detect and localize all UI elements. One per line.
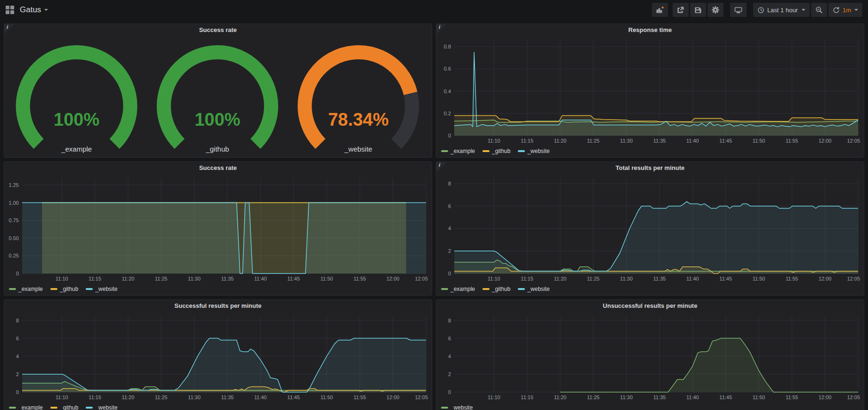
svg-text:11:40: 11:40	[686, 394, 699, 400]
svg-text:0.4: 0.4	[444, 88, 451, 94]
svg-text:0.6: 0.6	[444, 66, 451, 72]
legend-item-website[interactable]: _website	[86, 286, 117, 292]
svg-text:11:10: 11:10	[56, 394, 68, 400]
svg-text:11:10: 11:10	[488, 276, 500, 281]
legend: _website	[441, 403, 473, 410]
svg-text:11:25: 11:25	[587, 394, 600, 400]
legend: _example_github_website	[9, 285, 118, 293]
time-range-button[interactable]: Last 1 hour	[753, 3, 810, 17]
unsuccessful-results-graph[interactable]: 0246811:1011:1511:2011:2511:3011:3511:40…	[438, 312, 861, 402]
svg-text:8: 8	[448, 318, 451, 323]
svg-text:11:30: 11:30	[188, 276, 201, 281]
svg-text:11:55: 11:55	[786, 138, 798, 144]
save-icon	[694, 7, 701, 14]
success-rate-graph[interactable]: 00.250.500.751.001.2511:1011:1511:2011:2…	[6, 174, 429, 283]
legend-label: _website	[527, 148, 549, 154]
svg-text:2: 2	[448, 371, 451, 377]
svg-text:11:35: 11:35	[653, 394, 666, 400]
panel-success-rate-gauges: i Success rate 100%_example100%_github78…	[4, 24, 432, 158]
chevron-down-icon[interactable]	[44, 9, 48, 11]
svg-text:11:10: 11:10	[488, 138, 500, 144]
svg-text:12:05: 12:05	[415, 276, 428, 281]
svg-text:6: 6	[448, 203, 451, 209]
refresh-interval-label: 1m	[843, 7, 851, 14]
svg-text:11:55: 11:55	[354, 276, 366, 281]
info-icon[interactable]: i	[436, 24, 447, 34]
svg-text:12:00: 12:00	[386, 394, 400, 400]
svg-text:11:25: 11:25	[155, 276, 168, 281]
svg-text:11:45: 11:45	[719, 394, 732, 400]
response-time-graph[interactable]: 00.20.40.60.811:1011:1511:2011:2511:3011…	[438, 36, 861, 145]
settings-button[interactable]	[707, 3, 723, 17]
total-results-graph[interactable]: 0246811:1011:1511:2011:2511:3011:3511:40…	[438, 174, 861, 283]
legend-swatch	[441, 407, 448, 409]
svg-text:12:00: 12:00	[819, 394, 832, 400]
legend-swatch	[50, 407, 57, 409]
chevron-down-icon	[802, 9, 805, 11]
dashboard-title[interactable]: Gatus	[20, 5, 41, 15]
legend-label: _github	[492, 286, 510, 292]
svg-text:11:30: 11:30	[620, 394, 633, 400]
legend-swatch	[86, 407, 93, 409]
svg-text:11:15: 11:15	[88, 394, 101, 400]
svg-text:8: 8	[16, 318, 19, 323]
panel-title[interactable]: Total results per minute	[436, 162, 864, 174]
legend-item-example[interactable]: _example	[441, 286, 475, 292]
legend-item-github[interactable]: _github	[50, 404, 78, 410]
svg-text:1.00: 1.00	[9, 200, 19, 206]
legend-item-github[interactable]: _github	[482, 286, 510, 292]
svg-text:11:30: 11:30	[188, 394, 201, 400]
legend-item-example[interactable]: _example	[441, 148, 475, 154]
legend-item-website[interactable]: _website	[518, 148, 549, 154]
panel-title[interactable]: Successful results per minute	[4, 300, 432, 312]
info-icon[interactable]: i	[4, 24, 15, 34]
legend-swatch	[518, 150, 525, 152]
panel-success-rate-graph: Success rate 00.250.500.751.001.2511:101…	[4, 161, 432, 296]
add-panel-button[interactable]	[652, 3, 668, 17]
panel-title[interactable]: Success rate	[4, 24, 432, 36]
navbar: Gatus	[0, 0, 868, 20]
svg-text:2: 2	[16, 371, 19, 377]
svg-text:8: 8	[448, 181, 451, 186]
cycle-view-button[interactable]	[730, 3, 747, 17]
legend: _example_github_website	[441, 147, 550, 155]
refresh-icon	[833, 7, 840, 14]
gauge-value: 100%	[54, 110, 99, 129]
svg-text:11:20: 11:20	[122, 276, 135, 281]
legend-item-github[interactable]: _github	[50, 286, 78, 292]
legend-item-example[interactable]: _example	[9, 286, 43, 292]
share-button[interactable]	[673, 3, 689, 17]
legend-item-website[interactable]: _website	[86, 404, 117, 410]
dashboard-grid-icon[interactable]	[6, 6, 14, 14]
legend-label: _website	[527, 286, 549, 292]
svg-text:6: 6	[448, 336, 451, 341]
svg-text:0: 0	[16, 389, 19, 395]
add-panel-icon	[656, 6, 664, 14]
successful-results-graph[interactable]: 0246811:1011:1511:2011:2511:3011:3511:40…	[6, 312, 429, 402]
svg-text:11:45: 11:45	[287, 394, 300, 400]
svg-text:11:50: 11:50	[753, 394, 765, 400]
save-button[interactable]	[690, 3, 706, 17]
info-icon[interactable]: i	[436, 162, 447, 172]
svg-text:11:35: 11:35	[653, 138, 666, 144]
panel-successful-results: Successful results per minute 0246811:10…	[4, 299, 432, 410]
svg-text:11:15: 11:15	[521, 276, 533, 281]
legend-swatch	[482, 150, 490, 152]
legend-item-github[interactable]: _github	[482, 148, 510, 154]
legend-label: _example	[18, 286, 43, 292]
svg-text:11:45: 11:45	[719, 138, 732, 144]
svg-text:0.8: 0.8	[444, 44, 451, 49]
svg-text:12:00: 12:00	[386, 276, 400, 281]
zoom-out-button[interactable]	[811, 3, 827, 17]
panel-title[interactable]: Success rate	[4, 162, 432, 174]
svg-text:6: 6	[16, 336, 19, 341]
svg-text:11:25: 11:25	[155, 394, 168, 400]
legend-item-website[interactable]: _website	[518, 286, 549, 292]
legend-item-example[interactable]: _example	[9, 404, 43, 410]
panel-title[interactable]: Response time	[436, 24, 864, 36]
svg-text:11:40: 11:40	[686, 138, 699, 144]
svg-text:11:20: 11:20	[554, 394, 567, 400]
refresh-button[interactable]: 1m	[828, 3, 862, 17]
panel-title[interactable]: Unsuccessful results per minute	[436, 300, 864, 312]
legend-item-website[interactable]: _website	[441, 404, 473, 410]
